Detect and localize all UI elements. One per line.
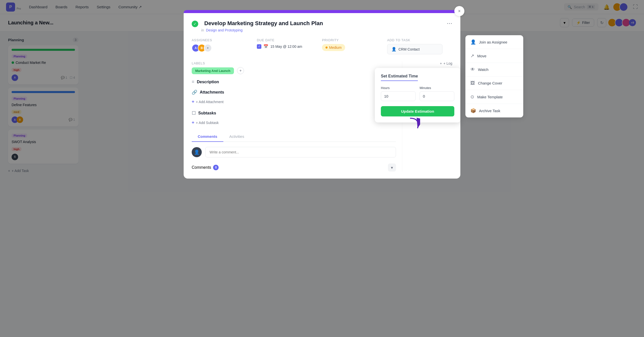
- minutes-label: Minutes: [420, 86, 454, 90]
- comments-footer: Comments 0 ▾: [192, 163, 396, 172]
- minutes-field: Minutes: [420, 86, 454, 101]
- add-attachment-label: + Add Attachment: [196, 100, 224, 104]
- archive-task-label: Archive Task: [479, 109, 500, 113]
- crm-contact-button[interactable]: 👤 CRM Contact: [387, 44, 442, 54]
- add-subtask-label: + Add Subtask: [196, 121, 219, 125]
- add-attachment-button[interactable]: + + Add Attachment: [192, 98, 396, 105]
- template-icon: ⊙: [470, 94, 474, 100]
- log-row: + + Log: [407, 61, 452, 65]
- estimated-time-popup: Set Estimated Time Hours Minutes Update …: [375, 68, 460, 122]
- modal-title-row: ✓ Develop Marketing Strategy and Launch …: [192, 20, 452, 27]
- comment-area: 👤: [192, 147, 396, 157]
- hours-input[interactable]: [381, 91, 416, 101]
- commenter-avatar: 👤: [192, 147, 202, 157]
- tab-activities[interactable]: Activities: [223, 131, 250, 142]
- move-icon: ↗: [470, 53, 474, 59]
- join-assignee-option[interactable]: 👤 Join as Assignee: [465, 35, 523, 49]
- label-marketing[interactable]: Marketing And Launch: [192, 67, 234, 74]
- description-title: ≡ Description: [192, 79, 396, 85]
- assignee-add-btn[interactable]: +: [204, 44, 212, 52]
- priority-value: Medium: [329, 46, 342, 50]
- subtasks-label: Subtasks: [198, 111, 216, 115]
- task-modal: × ✓ Develop Marketing Strategy and Launc…: [184, 10, 460, 179]
- eye-icon: 👁: [470, 67, 475, 72]
- plus-icon-log: +: [440, 61, 442, 65]
- modal-main-col: Labels Marketing And Launch + ≡ Descript…: [192, 61, 402, 172]
- description-section: ≡ Description: [192, 79, 396, 85]
- assignees-label: Assignees: [192, 38, 257, 42]
- log-button[interactable]: + + Log: [440, 61, 452, 65]
- change-cover-label: Change Cover: [478, 81, 502, 85]
- tab-comments[interactable]: Comments: [192, 131, 223, 142]
- plus-icon-subtask: +: [192, 120, 194, 125]
- assignees-field: Assignees A B +: [192, 38, 257, 54]
- task-options-panel: 👤 Join as Assignee ↗ Move 👁 Watch 🖼 Chan…: [465, 35, 523, 117]
- add-label-button[interactable]: +: [237, 67, 244, 74]
- hours-label: Hours: [381, 86, 416, 90]
- crm-label: CRM Contact: [398, 47, 420, 51]
- due-date-field: Due Date ✓ 📅 15 May @ 12:00 am: [257, 38, 322, 54]
- hours-field: Hours: [381, 86, 416, 101]
- modal-overlay: × ✓ Develop Marketing Strategy and Launc…: [0, 0, 644, 337]
- priority-dot: [326, 47, 328, 49]
- log-label: + Log: [444, 61, 452, 65]
- watch-label: Watch: [478, 67, 489, 72]
- archive-task-option[interactable]: 📦 Archive Task: [465, 104, 523, 117]
- tabs-row: Comments Activities: [192, 131, 396, 142]
- labels-section: Labels Marketing And Launch +: [192, 61, 396, 74]
- chevron-down-icon: ▾: [391, 165, 393, 170]
- minutes-input[interactable]: [420, 91, 454, 101]
- image-icon: 🖼: [470, 80, 475, 86]
- due-date-value: 15 May @ 12:00 am: [270, 45, 302, 49]
- comments-count-badge: 0: [213, 165, 219, 170]
- description-label: Description: [197, 80, 219, 84]
- task-title: Develop Marketing Strategy and Launch Pl…: [204, 20, 447, 27]
- est-popup-title: Set Estimated Time: [381, 74, 454, 82]
- due-check-icon: ✓: [257, 44, 261, 49]
- add-to-task-label: ADD TO TASK: [387, 38, 452, 42]
- modal-header-bar: [184, 10, 460, 13]
- subtitle-prefix: in: [201, 28, 204, 32]
- archive-icon: 📦: [470, 108, 476, 113]
- close-button[interactable]: ×: [454, 6, 464, 16]
- task-complete-check[interactable]: ✓: [192, 21, 198, 27]
- modal-fields: Assignees A B + Due Date ✓ 📅 15 May @ 12…: [192, 38, 452, 54]
- add-subtask-button[interactable]: + + Add Subtask: [192, 119, 396, 126]
- change-cover-option[interactable]: 🖼 Change Cover: [465, 76, 523, 90]
- subtask-icon: ☐: [192, 110, 196, 116]
- priority-field: Priority Medium: [322, 38, 387, 54]
- watch-option[interactable]: 👁 Watch: [465, 63, 523, 76]
- modal-title-group: ✓ Develop Marketing Strategy and Launch …: [192, 20, 447, 27]
- subtitle-link[interactable]: Design and Prototyping: [206, 28, 243, 32]
- attachments-section: 🔗 Attachments + + Add Attachment: [192, 90, 396, 105]
- plus-icon-attachment: +: [192, 99, 194, 104]
- update-estimation-button[interactable]: Update Estimation: [381, 106, 454, 116]
- subtasks-section: ☐ Subtasks + + Add Subtask: [192, 110, 396, 126]
- subtasks-title: ☐ Subtasks: [192, 110, 396, 116]
- make-template-label: Make Template: [477, 95, 503, 99]
- comments-count-row: Comments 0: [192, 165, 219, 170]
- priority-badge[interactable]: Medium: [322, 44, 345, 51]
- est-fields: Hours Minutes: [381, 86, 454, 101]
- attachment-icon: 🔗: [192, 90, 197, 95]
- user-circle-icon: 👤: [470, 39, 476, 45]
- due-date-label: Due Date: [257, 38, 322, 42]
- avatar-icon: 👤: [194, 149, 199, 155]
- modal-breadcrumb: in Design and Prototyping: [201, 28, 452, 32]
- due-date-row: ✓ 📅 15 May @ 12:00 am: [257, 44, 322, 49]
- description-icon: ≡: [192, 79, 194, 85]
- attachments-label: Attachments: [200, 90, 224, 95]
- priority-label: Priority: [322, 38, 387, 42]
- add-to-task-field: ADD TO TASK 👤 CRM Contact: [387, 38, 452, 54]
- move-label: Move: [477, 54, 487, 58]
- more-options-button[interactable]: ⋯: [447, 20, 452, 27]
- join-assignee-label: Join as Assignee: [479, 40, 507, 44]
- est-popup-title-text: Set Estimated Time: [381, 74, 418, 81]
- move-option[interactable]: ↗ Move: [465, 49, 523, 63]
- comments-label: Comments: [192, 165, 211, 170]
- labels-label: Labels: [192, 61, 396, 65]
- attachments-title: 🔗 Attachments: [192, 90, 396, 95]
- make-template-option[interactable]: ⊙ Make Template: [465, 90, 523, 104]
- comments-expand-button[interactable]: ▾: [388, 163, 396, 172]
- comment-input[interactable]: [205, 147, 396, 157]
